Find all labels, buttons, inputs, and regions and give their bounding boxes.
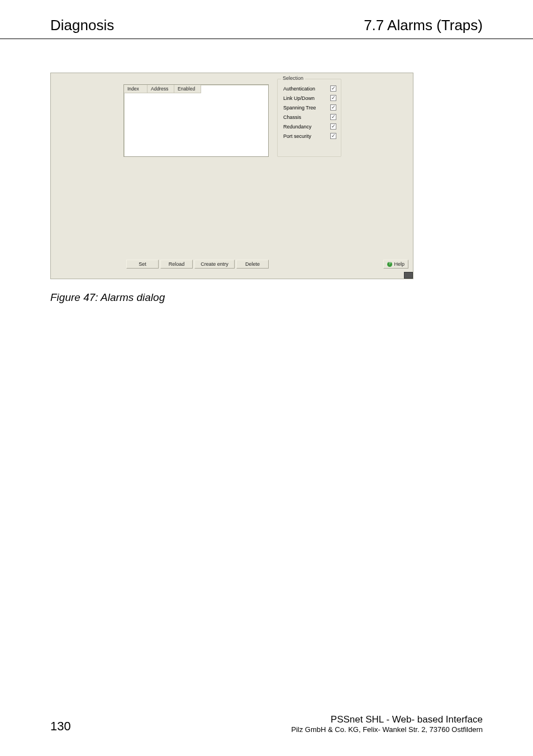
figure-caption: Figure 47: Alarms dialog: [50, 291, 483, 304]
alarms-dialog-screenshot: Index Address Enabled Selection Authenti…: [50, 73, 413, 279]
selection-row-portsecurity: Port security ✓: [278, 131, 341, 141]
footer-right: PSSnet SHL - Web- based Interface Pilz G…: [291, 714, 483, 734]
selection-legend: Selection: [281, 75, 305, 81]
corner-badge: [404, 272, 413, 279]
checkbox-redundancy[interactable]: ✓: [330, 123, 336, 130]
create-entry-button[interactable]: Create entry: [194, 260, 235, 269]
content-area: Index Address Enabled Selection Authenti…: [0, 39, 533, 304]
trap-table[interactable]: Index Address Enabled: [123, 84, 269, 157]
delete-button[interactable]: Delete: [236, 260, 269, 269]
page-number: 130: [50, 719, 71, 734]
checkbox-linkupdown[interactable]: ✓: [330, 95, 336, 101]
checkbox-authentication[interactable]: ✓: [330, 85, 336, 92]
help-icon: [387, 262, 392, 267]
selection-row-chassis: Chassis ✓: [278, 112, 341, 122]
column-index[interactable]: Index: [124, 85, 147, 93]
selection-label: Spanning Tree: [283, 105, 316, 111]
selection-row-spanningtree: Spanning Tree ✓: [278, 103, 341, 112]
header-right: 7.7 Alarms (Traps): [364, 17, 483, 34]
column-address[interactable]: Address: [147, 85, 174, 93]
column-enabled[interactable]: Enabled: [174, 85, 201, 93]
selection-label: Link Up/Down: [283, 95, 315, 101]
selection-fieldset: Selection Authentication ✓ Link Up/Down …: [277, 79, 341, 157]
selection-label: Chassis: [283, 114, 301, 120]
reload-button[interactable]: Reload: [160, 260, 193, 269]
table-header: Index Address Enabled: [124, 85, 268, 93]
selection-label: Port security: [283, 133, 311, 139]
selection-row-authentication: Authentication ✓: [278, 84, 341, 93]
set-button[interactable]: Set: [126, 260, 159, 269]
footer-title: PSSnet SHL - Web- based Interface: [291, 714, 483, 725]
selection-row-linkupdown: Link Up/Down ✓: [278, 93, 341, 103]
checkbox-portsecurity[interactable]: ✓: [330, 133, 336, 139]
page-footer: 130 PSSnet SHL - Web- based Interface Pi…: [0, 714, 533, 734]
button-bar: Set Reload Create entry Delete: [126, 260, 269, 269]
checkbox-spanningtree[interactable]: ✓: [330, 104, 336, 111]
footer-company: Pilz GmbH & Co. KG, Felix- Wankel Str. 2…: [291, 725, 483, 734]
help-button-wrap: Help: [383, 260, 408, 269]
page-header: Diagnosis 7.7 Alarms (Traps): [0, 0, 533, 39]
selection-row-redundancy: Redundancy ✓: [278, 122, 341, 131]
selection-label: Redundancy: [283, 124, 312, 130]
help-button[interactable]: Help: [383, 260, 408, 269]
help-label: Help: [394, 261, 404, 267]
selection-label: Authentication: [283, 86, 315, 92]
header-left: Diagnosis: [50, 17, 114, 34]
checkbox-chassis[interactable]: ✓: [330, 114, 336, 120]
